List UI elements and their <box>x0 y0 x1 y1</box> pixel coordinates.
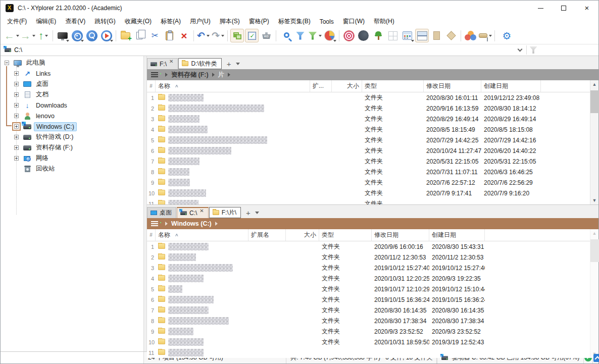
up-button[interactable]: ↑ <box>36 29 50 42</box>
preview-monitor-button[interactable] <box>56 29 69 42</box>
file-row[interactable]: 11 <box>147 347 598 358</box>
breadcrumb-segment[interactable]: 片 <box>218 71 225 79</box>
column-header-size[interactable]: 大小 <box>286 229 319 241</box>
menu-item-编辑[interactable]: 编辑(E) <box>31 16 61 27</box>
menu-item-Tools[interactable]: Tools <box>315 17 338 27</box>
file-row[interactable]: 3文件夹2020/8/29 16:49:142020/8/29 16:49:14 <box>147 114 598 124</box>
redo-button[interactable]: ↷ <box>211 29 225 42</box>
dropdown-caret-icon[interactable] <box>16 35 19 37</box>
maximize-button[interactable] <box>552 1 575 16</box>
scroll-top-button[interactable] <box>592 352 599 363</box>
scrollbar-track[interactable] <box>590 237 599 350</box>
folder-tree-button[interactable] <box>371 29 385 42</box>
scroll-up-icon[interactable]: ▲ <box>590 229 599 237</box>
file-tab[interactable]: D:\软件类 <box>178 58 221 69</box>
back-button[interactable]: ← <box>4 29 19 42</box>
tree-expander[interactable]: + <box>14 135 19 139</box>
file-row[interactable]: 8文件夹2020/8/30 17:38:342020/8/30 17:38:34 <box>147 316 598 326</box>
file-tab[interactable]: 桌面 <box>147 207 176 218</box>
forward-button[interactable]: → <box>20 29 35 42</box>
checkbox-selection-button[interactable] <box>245 29 259 42</box>
file-row[interactable]: 4文件夹2020/10/31 12:20:252020/9/3 19:22:35 <box>147 273 598 284</box>
scrollbar-track[interactable] <box>590 88 599 196</box>
color-filter-button[interactable] <box>464 29 477 42</box>
dropdown-caret-icon[interactable] <box>319 35 322 37</box>
menu-item-收藏夹[interactable]: 收藏夹(O) <box>120 16 156 27</box>
tree-expander[interactable]: + <box>14 71 19 76</box>
file-row[interactable]: 10文件夹2020/7/9 9:17:412020/7/9 9:16:20 <box>147 188 598 198</box>
tree-expander[interactable]: − <box>5 61 9 65</box>
search-button[interactable] <box>279 29 292 42</box>
scrollbar-thumb[interactable] <box>590 90 599 113</box>
tab-close-icon[interactable]: ✕ <box>199 209 204 214</box>
dropdown-caret-icon[interactable] <box>411 40 414 42</box>
breadcrumb-segment[interactable]: Windows (C:) <box>171 220 212 227</box>
goto-button[interactable] <box>99 29 113 42</box>
scroll-down-icon[interactable]: ▼ <box>590 196 599 204</box>
column-header-created[interactable]: 创建日期 <box>481 80 541 92</box>
new-folder-button[interactable] <box>119 29 132 42</box>
tab-close-icon[interactable]: ✕ <box>169 59 173 64</box>
menu-item-跳转[interactable]: 跳转(G) <box>90 16 120 27</box>
tab-list-caret-icon[interactable] <box>236 63 240 65</box>
tree-expander[interactable]: + <box>14 156 19 161</box>
file-row[interactable]: 1文件夹2020/8/30 16:01:112019/12/12 23:49:0… <box>147 92 598 103</box>
column-header-created[interactable]: 创建日期 <box>429 229 485 241</box>
vertical-scrollbar[interactable]: ▲▼ <box>590 229 598 358</box>
tree-expander[interactable]: + <box>14 82 19 86</box>
tree-expander[interactable]: + <box>14 103 19 108</box>
scroll-up-icon[interactable]: ▲ <box>590 80 599 88</box>
file-tab[interactable]: F:\✕ <box>147 58 178 69</box>
minimize-button[interactable] <box>529 1 552 16</box>
dropdown-caret-icon[interactable] <box>32 35 35 37</box>
dropdown-caret-icon[interactable] <box>110 40 113 42</box>
tab-list-caret-icon[interactable] <box>255 212 259 214</box>
folder-size-button[interactable]: KG <box>260 29 273 42</box>
address-dropdown-button[interactable] <box>513 44 526 56</box>
cut-button[interactable]: ✂ <box>148 29 162 42</box>
undo-button[interactable]: ↶ <box>196 29 210 42</box>
filter-button[interactable] <box>293 29 307 42</box>
dropdown-caret-icon[interactable] <box>66 40 69 42</box>
menu-item-窗格[interactable]: 窗格(P) <box>244 16 274 27</box>
tree-item-桌面[interactable]: +桌面 <box>1 79 143 89</box>
show-tree-button[interactable] <box>230 29 244 42</box>
column-header-extension[interactable]: 扩... <box>310 80 332 92</box>
tree-splitter[interactable] <box>143 56 147 351</box>
column-header-name[interactable]: 名称∧ <box>156 229 248 241</box>
paper-folder-button[interactable] <box>430 29 443 42</box>
column-header-index[interactable]: # <box>147 229 156 241</box>
views-button[interactable] <box>401 29 414 42</box>
paste-button[interactable] <box>163 29 176 42</box>
tree-item-回收站[interactable]: 回收站 <box>1 164 143 174</box>
vertical-scrollbar[interactable]: ▲▼ <box>590 80 598 204</box>
file-row[interactable]: 7文件夹2020/5/31 22:15:052020/5/31 22:15:05 <box>147 156 598 167</box>
file-row[interactable]: 8文件夹2020/7/31 11:07:112020/6/3 16:46:25 <box>147 167 598 177</box>
new-tab-button[interactable]: + <box>241 209 254 218</box>
tree-item-文档[interactable]: +文档 <box>1 89 143 100</box>
tree-item-Downloads[interactable]: +↓Downloads <box>1 100 143 111</box>
tag-button[interactable] <box>444 29 458 42</box>
spiral-icon-button[interactable] <box>342 29 356 42</box>
dropdown-caret-icon[interactable] <box>489 35 492 37</box>
file-row[interactable]: 11文件夹 <box>147 198 598 204</box>
tree-expander[interactable]: + <box>14 124 19 129</box>
hotlist-button[interactable] <box>70 29 84 42</box>
copy-button[interactable] <box>133 29 147 42</box>
tree-expander[interactable]: + <box>14 114 19 118</box>
file-row[interactable]: 6文件夹2019/10/15 16:36:242019/10/15 16:36:… <box>147 294 598 305</box>
menu-item-用户[interactable]: 用户(U) <box>185 16 215 27</box>
configuration-button[interactable]: ⚙ <box>500 29 514 42</box>
file-tab[interactable]: F:\片\ <box>209 207 241 218</box>
delete-button[interactable]: × <box>177 29 191 42</box>
hamburger-menu-icon[interactable] <box>151 72 158 77</box>
column-header-index[interactable]: # <box>147 80 156 92</box>
file-tab[interactable]: C:\✕ <box>177 207 209 218</box>
tree-item-资料存储-F[interactable]: +资料存储 (F:) <box>1 142 143 153</box>
file-row[interactable]: 2文件夹2020/9/16 16:13:592020/8/30 18:14:12 <box>147 103 598 114</box>
file-row[interactable]: 4文件夹2020/8/5 18:15:492020/8/5 18:15:08 <box>147 124 598 135</box>
close-button[interactable]: × <box>575 1 598 16</box>
tree-expander[interactable]: + <box>14 92 19 97</box>
file-row[interactable]: 9文件夹2020/7/6 22:57:122020/7/6 22:56:29 <box>147 177 598 188</box>
dropdown-caret-icon[interactable] <box>45 35 48 37</box>
